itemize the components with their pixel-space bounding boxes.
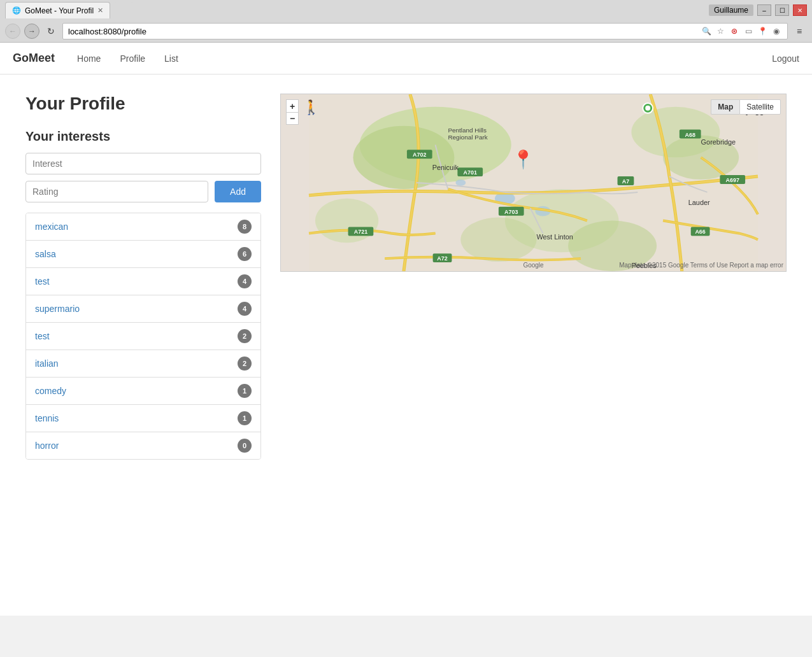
- interest-item: test 2: [26, 323, 260, 350]
- multicolor-icon[interactable]: ◉: [771, 25, 782, 37]
- nav-brand[interactable]: GoMeet: [13, 52, 55, 65]
- map-svg: A702 A701 A7 A68 A703: [281, 94, 786, 271]
- title-bar: 🌐 GoMeet - Your Profil ✕ Guillaume – ☐ ✕: [0, 0, 812, 20]
- nav-home[interactable]: Home: [68, 44, 110, 73]
- svg-text:A72: A72: [437, 255, 447, 262]
- page-title: Your Profile: [25, 94, 261, 114]
- interest-name[interactable]: italian: [35, 358, 59, 369]
- restore-button[interactable]: ☐: [775, 4, 789, 16]
- interest-item: comedy 1: [26, 378, 260, 405]
- interest-name[interactable]: test: [35, 331, 50, 341]
- tab-close-icon[interactable]: ✕: [97, 6, 103, 15]
- interest-badge: 4: [238, 274, 252, 288]
- svg-text:Lauder: Lauder: [688, 199, 710, 206]
- logout-link[interactable]: Logout: [772, 53, 799, 64]
- interest-name[interactable]: horror: [35, 441, 59, 451]
- interest-badge: 8: [238, 220, 252, 234]
- map-panel: A702 A701 A7 A68 A703: [280, 94, 787, 460]
- interests-title: Your interests: [25, 129, 261, 144]
- interest-input[interactable]: [25, 153, 261, 174]
- interest-badge: 1: [238, 384, 252, 398]
- browser-tab[interactable]: 🌐 GoMeet - Your Profil ✕: [5, 2, 110, 18]
- interest-badge: 0: [238, 439, 252, 453]
- page-content: Your Profile Your interests Add mexican …: [0, 74, 812, 479]
- interest-name[interactable]: supermario: [35, 304, 80, 314]
- zoom-controls: + −: [286, 99, 299, 125]
- new-tab-placeholder[interactable]: [114, 2, 133, 18]
- nav-list[interactable]: List: [155, 44, 188, 73]
- pegman-icon[interactable]: 🚶: [303, 99, 320, 116]
- map-container[interactable]: A702 A701 A7 A68 A703: [280, 94, 787, 272]
- interest-name[interactable]: tennis: [35, 413, 59, 423]
- close-button[interactable]: ✕: [793, 4, 807, 16]
- interest-badge: 2: [238, 329, 252, 343]
- svg-text:A697: A697: [726, 177, 739, 183]
- browser-user: Guillaume: [709, 4, 753, 16]
- tab-favicon: 🌐: [12, 6, 21, 15]
- svg-text:Regional Park: Regional Park: [448, 134, 487, 141]
- svg-point-7: [315, 199, 378, 243]
- interest-badge: 4: [238, 302, 252, 316]
- interest-name[interactable]: comedy: [35, 386, 66, 396]
- svg-text:A701: A701: [464, 169, 477, 176]
- interest-item: italian 2: [26, 350, 260, 378]
- interest-name[interactable]: mexican: [35, 222, 68, 232]
- title-bar-right: Guillaume – ☐ ✕: [709, 4, 807, 16]
- map-pin: 📍: [512, 151, 534, 169]
- satellite-view-button[interactable]: Satellite: [739, 99, 781, 115]
- svg-text:Penicuik: Penicuik: [432, 164, 459, 171]
- svg-text:Pentland Hills: Pentland Hills: [448, 127, 487, 134]
- svg-text:A7: A7: [622, 178, 629, 185]
- location-icon[interactable]: 📍: [757, 25, 768, 37]
- svg-point-39: [645, 106, 650, 111]
- zoom-in-button[interactable]: +: [286, 99, 299, 112]
- interest-item: test 4: [26, 268, 260, 295]
- interest-item: salsa 6: [26, 241, 260, 268]
- address-bar[interactable]: 🔍 ☆ ⊛ ▭ 📍 ◉: [62, 23, 788, 39]
- address-icons: 🔍 ☆ ⊛ ▭ 📍 ◉: [701, 25, 782, 37]
- forward-button[interactable]: →: [24, 24, 39, 39]
- screen-icon[interactable]: ▭: [743, 25, 754, 37]
- svg-text:A721: A721: [354, 229, 367, 235]
- interest-item: horror 0: [26, 432, 260, 459]
- svg-point-11: [455, 180, 466, 186]
- tab-title: GoMeet - Your Profil: [25, 6, 94, 15]
- interest-name[interactable]: test: [35, 276, 50, 286]
- nav-profile[interactable]: Profile: [110, 44, 155, 73]
- app-wrapper: GoMeet Home Profile List Logout Your Pro…: [0, 43, 812, 616]
- map-view-button[interactable]: Map: [711, 99, 739, 115]
- rating-input[interactable]: [25, 181, 208, 202]
- interest-name[interactable]: salsa: [35, 249, 56, 259]
- back-button[interactable]: ←: [5, 24, 20, 39]
- address-bar-row: ← → ↻ 🔍 ☆ ⊛ ▭ 📍 ◉ ≡: [0, 20, 812, 42]
- interest-item: supermario 4: [26, 295, 260, 323]
- left-panel: Your Profile Your interests Add mexican …: [25, 94, 261, 460]
- browser-menu-button[interactable]: ≡: [792, 24, 807, 39]
- extension-icon[interactable]: ⊛: [729, 25, 740, 37]
- add-button[interactable]: Add: [215, 181, 261, 202]
- map-google-logo: Google: [523, 262, 543, 269]
- interest-item: mexican 8: [26, 213, 260, 241]
- svg-point-8: [460, 218, 536, 262]
- svg-text:West Linton: West Linton: [536, 233, 573, 241]
- browser-chrome: 🌐 GoMeet - Your Profil ✕ Guillaume – ☐ ✕…: [0, 0, 812, 43]
- navbar: GoMeet Home Profile List Logout: [0, 43, 812, 74]
- rating-add-row: Add: [25, 181, 261, 202]
- url-input[interactable]: [68, 27, 701, 36]
- svg-text:A68: A68: [685, 132, 695, 138]
- title-bar-left: 🌐 GoMeet - Your Profil ✕: [5, 2, 133, 18]
- refresh-button[interactable]: ↻: [43, 24, 59, 39]
- nav-links: Home Profile List: [68, 44, 188, 73]
- search-icon[interactable]: 🔍: [701, 25, 712, 37]
- zoom-out-button[interactable]: −: [286, 112, 299, 125]
- map-view-controls: Map Satellite: [711, 99, 781, 115]
- map-attribution: Map data ©2015 Google Terms of Use Repor…: [619, 262, 783, 269]
- svg-text:A66: A66: [695, 229, 705, 235]
- svg-text:A702: A702: [413, 152, 426, 158]
- minimize-button[interactable]: –: [757, 4, 771, 16]
- svg-text:Gorebridge: Gorebridge: [701, 138, 736, 146]
- interest-item: tennis 1: [26, 405, 260, 432]
- interest-badge: 2: [238, 357, 252, 371]
- interests-list: mexican 8 salsa 6 test 4 supermario 4 te…: [25, 213, 261, 460]
- bookmark-icon[interactable]: ☆: [715, 25, 726, 37]
